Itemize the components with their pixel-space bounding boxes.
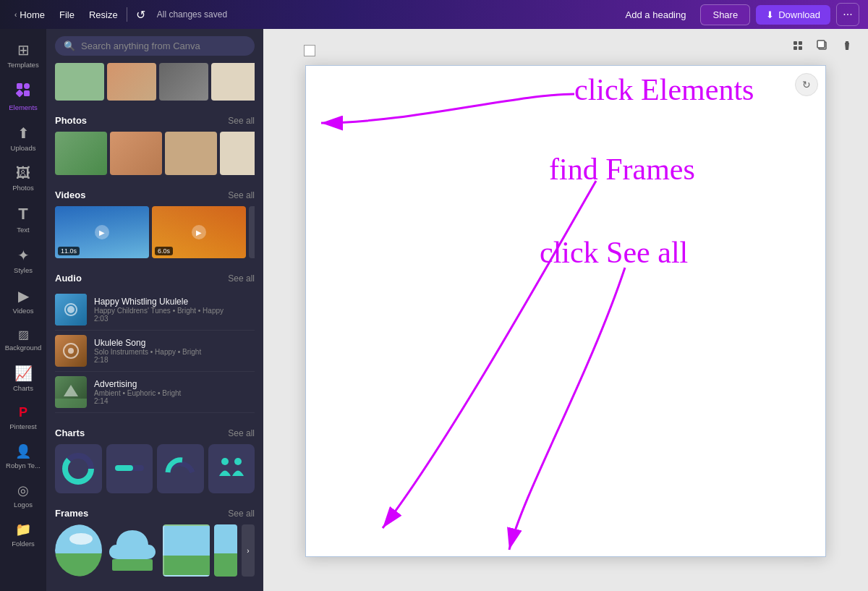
svg-rect-1 [24,83,30,89]
templates-label: Templates [7,61,38,69]
audio-item-2[interactable]: Ukulele Song Solo Instruments • Happy • … [55,331,255,372]
photo-item-3[interactable] [165,132,217,175]
canvas[interactable]: ↻ [305,65,826,557]
share-button[interactable]: Share [700,4,750,25]
sidebar-item-styles[interactable]: ✦ Styles [0,241,46,280]
frames-see-all[interactable]: See all [228,509,255,519]
styles-label: Styles [14,266,33,274]
elements-panel: 🔍 Photos See all [46,29,263,591]
robyn-label: Robyn Te... [6,462,41,469]
canvas-area: ↻ click Elements find Frames click See a… [263,29,868,591]
logos-icon: ◎ [17,482,29,498]
svg-rect-19 [817,41,825,48]
home-label: Home [20,9,45,20]
chart-item-2[interactable] [106,444,153,493]
svg-rect-13 [112,559,153,571]
chart-item-1[interactable] [55,444,102,493]
photos-icon: 🖼 [16,165,30,182]
sidebar-item-background[interactable]: ▨ Background [0,322,46,357]
robyn-icon: 👤 [15,443,31,459]
refresh-button[interactable]: ↻ [795,73,818,96]
styles-icon: ✦ [17,247,30,264]
audio-see-all[interactable]: See all [228,273,255,284]
delete-page-button[interactable] [838,36,856,58]
search-input[interactable] [81,41,246,51]
sidebar-item-pinterest[interactable]: P Pinterest [0,399,46,436]
sidebar-item-photos[interactable]: 🖼 Photos [0,159,46,197]
videos-section: Videos See all ▶ 11.0s ▶ [46,184,263,258]
background-label: Background [5,344,42,352]
sidebar-item-uploads[interactable]: ⬆ Uploads [0,119,46,158]
audio-item-1[interactable]: Happy Whistling Ukulele Happy Childrens'… [55,289,255,331]
sidebar-item-templates[interactable]: ⊞ Templates [0,35,46,75]
elements-label: Elements [9,103,38,111]
videos-next-button[interactable]: › [249,206,255,258]
download-button[interactable]: ⬇ Download [756,5,830,25]
duplicate-page-button[interactable] [813,36,832,58]
add-page-button[interactable] [788,36,807,58]
frame-item-2[interactable] [106,524,158,577]
photo-item[interactable] [107,63,156,101]
more-options-button[interactable]: ··· [836,3,859,26]
svg-rect-17 [799,46,802,50]
videos-see-all[interactable]: See all [228,190,255,200]
frames-section-title: Frames [55,508,88,519]
sidebar-item-robyn[interactable]: 👤 Robyn Te... [0,438,46,475]
video-duration-1: 11.0s [58,247,80,255]
back-chevron-icon: ‹ [14,11,17,19]
photos-section-header: Photos See all [55,115,255,126]
sidebar-item-text[interactable]: T Text [0,199,46,239]
sidebar-item-elements[interactable]: Elements [0,76,46,117]
audio-info-1: Happy Whistling Ukulele Happy Childrens'… [94,297,255,323]
charts-section: Charts See all [46,422,263,493]
frame-item-4[interactable] [214,524,237,577]
photos-see-all[interactable]: See all [228,116,255,126]
audio-item-3[interactable]: Advertising Ambient • Euphoric • Bright … [55,372,255,413]
frames-section: Frames See all [46,502,263,577]
videos-icon: ▶ [18,287,29,305]
sidebar-item-folders[interactable]: 📁 Folders [0,516,46,553]
frame-item-1[interactable] [55,524,102,577]
photo-item-1[interactable] [55,132,107,175]
sidebar-item-videos[interactable]: ▶ Videos [0,281,46,320]
audio-thumb-3 [55,376,87,408]
sidebar-item-logos[interactable]: ◎ Logos [0,477,46,514]
photo-item[interactable] [211,63,255,101]
audio-meta-2: Solo Instruments • Happy • Bright 2:18 [94,348,255,364]
chart-item-3[interactable] [157,444,204,493]
audio-info-2: Ukulele Song Solo Instruments • Happy • … [94,338,255,364]
background-icon: ▨ [18,328,29,341]
undo-button[interactable]: ↺ [130,5,151,25]
charts-see-all[interactable]: See all [228,428,255,438]
add-heading-button[interactable]: Add a heading [617,5,695,25]
saved-status: All changes saved [157,9,227,20]
text-icon: T [18,205,27,224]
folders-icon: 📁 [15,522,31,537]
video-item-2[interactable]: ▶ 6.0s [152,206,246,258]
resize-button[interactable]: Resize [83,7,124,23]
photo-item[interactable] [159,63,208,101]
audio-info-3: Advertising Ambient • Euphoric • Bright … [94,379,255,405]
audio-section-title: Audio [55,273,82,284]
uploads-label: Uploads [11,144,36,152]
canvas-select-checkbox[interactable] [304,45,315,56]
frames-section-header: Frames See all [55,508,255,519]
pinterest-icon: P [19,405,27,420]
svg-point-12 [234,458,242,465]
search-bar: 🔍 [46,29,263,63]
photos-label: Photos [12,184,34,192]
videos-section-header: Videos See all [55,190,255,200]
photo-item-4[interactable] [220,132,255,175]
file-button[interactable]: File [54,7,80,23]
audio-thumb-2 [55,335,87,367]
chart-item-4[interactable] [208,444,255,493]
photo-item[interactable] [55,63,104,101]
frame-item-3[interactable] [163,524,210,577]
sidebar-item-charts[interactable]: 📈 Charts [0,359,46,398]
home-button[interactable]: ‹ Home [9,7,51,23]
photo-item-2[interactable] [110,132,162,175]
frames-next-button[interactable]: › [242,524,255,577]
video-item-1[interactable]: ▶ 11.0s [55,206,149,258]
audio-thumb-1 [55,294,87,326]
search-icon: 🔍 [64,41,75,51]
